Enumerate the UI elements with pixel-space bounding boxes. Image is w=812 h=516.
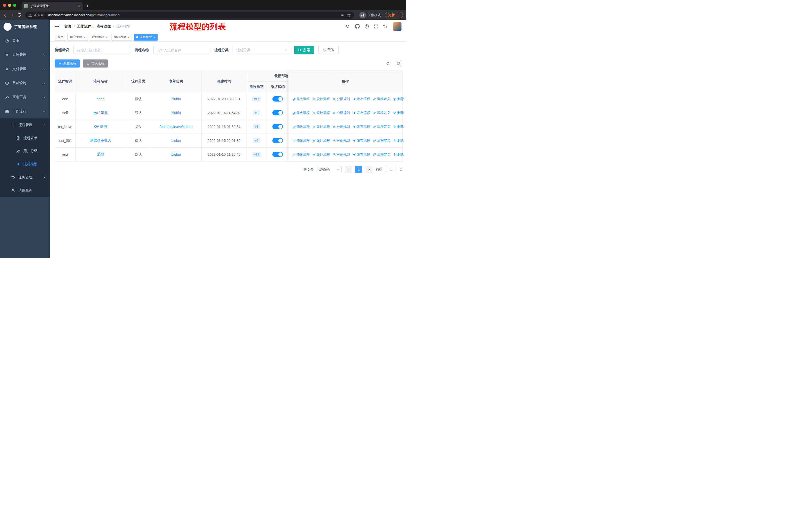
- font-size-icon[interactable]: TT: [383, 24, 388, 28]
- prev-page-button[interactable]: [345, 166, 352, 173]
- action-process-definition[interactable]: 流程定义: [373, 153, 390, 157]
- cell-form-link[interactable]: biubiu: [151, 147, 201, 161]
- action-edit-process[interactable]: 修改流程: [292, 111, 310, 115]
- action-process-definition[interactable]: 流程定义: [373, 111, 390, 115]
- tag-my-process[interactable]: 我的流程: [90, 34, 110, 40]
- cell-process-name-link[interactable]: 自己审批: [75, 106, 126, 120]
- browser-menu-icon[interactable]: [396, 13, 400, 17]
- active-toggle[interactable]: [272, 152, 283, 157]
- search-icon[interactable]: [346, 24, 350, 29]
- toggle-search-button[interactable]: [384, 60, 392, 67]
- cell-form-link[interactable]: biubiu: [151, 134, 201, 147]
- action-edit-process[interactable]: 修改流程: [292, 125, 310, 129]
- cell-process-name-link[interactable]: 测试多审批人: [75, 134, 126, 147]
- action-assign-rules[interactable]: 分配规则: [332, 111, 350, 115]
- action-design-process[interactable]: 设计流程: [312, 153, 330, 157]
- sidebar-item-process-model[interactable]: 流程模型: [0, 158, 50, 171]
- close-icon[interactable]: [153, 35, 155, 39]
- browser-update-button[interactable]: 更新: [385, 12, 403, 19]
- sidebar-collapse-icon[interactable]: [54, 24, 59, 28]
- action-process-definition[interactable]: 流程定义: [373, 97, 390, 101]
- back-icon[interactable]: [3, 13, 7, 18]
- tag-process-form[interactable]: 流程表单: [112, 34, 132, 40]
- action-publish-process[interactable]: 发布流程: [353, 125, 370, 129]
- next-page-button[interactable]: [366, 166, 373, 173]
- action-delete[interactable]: 删除: [393, 97, 404, 101]
- bookmark-star-icon[interactable]: [347, 13, 351, 17]
- password-key-icon[interactable]: [341, 13, 345, 17]
- active-toggle[interactable]: [272, 96, 283, 102]
- minimize-window-button[interactable]: [8, 4, 11, 7]
- breadcrumb-process-management[interactable]: 流程管理: [97, 24, 111, 29]
- sidebar-item-process-form[interactable]: 流程表单: [0, 132, 50, 145]
- new-tab-button[interactable]: [86, 3, 89, 9]
- tag-home[interactable]: 首页: [55, 34, 66, 40]
- fullscreen-icon[interactable]: [374, 24, 378, 29]
- action-delete[interactable]: 删除: [393, 125, 404, 129]
- sidebar-item-user-group[interactable]: 用户分组: [0, 145, 50, 158]
- sidebar-item-home[interactable]: 首页: [0, 34, 50, 48]
- cell-process-name-link[interactable]: OA 请假: [75, 120, 126, 134]
- action-publish-process[interactable]: 发布流程: [353, 97, 370, 101]
- action-edit-process[interactable]: 修改流程: [292, 97, 310, 101]
- close-window-button[interactable]: [3, 4, 6, 7]
- process-category-select[interactable]: 流程分类: [233, 46, 290, 54]
- process-name-input[interactable]: [153, 46, 210, 54]
- page-size-select[interactable]: 10条/页: [317, 166, 342, 173]
- tag-tenant-management[interactable]: 租户管理: [67, 34, 88, 40]
- action-delete[interactable]: 删除: [393, 153, 404, 157]
- sidebar-item-task-management[interactable]: 任务管理: [0, 171, 50, 184]
- cell-form-link[interactable]: /bpm/oa/leave/create: [151, 120, 201, 134]
- cell-process-name-link[interactable]: 滔博: [75, 147, 126, 161]
- current-page-button[interactable]: 1: [355, 166, 362, 173]
- active-toggle[interactable]: [272, 138, 283, 143]
- breadcrumb-home[interactable]: 首页: [64, 24, 71, 29]
- sidebar-item-workflow[interactable]: 工作流程: [0, 104, 50, 118]
- action-publish-process[interactable]: 发布流程: [353, 153, 370, 157]
- cell-process-name-link[interactable]: eeee: [75, 92, 126, 106]
- action-assign-rules[interactable]: 分配规则: [332, 97, 350, 101]
- action-edit-process[interactable]: 修改流程: [292, 153, 310, 157]
- goto-page-input[interactable]: [386, 166, 396, 173]
- action-process-definition[interactable]: 流程定义: [373, 138, 390, 143]
- action-publish-process[interactable]: 发布流程: [353, 138, 370, 143]
- github-icon[interactable]: [355, 24, 360, 29]
- active-toggle[interactable]: [272, 124, 283, 129]
- incognito-chip[interactable]: 无痕模式: [359, 12, 381, 19]
- action-design-process[interactable]: 设计流程: [312, 125, 330, 129]
- tab-close-icon[interactable]: [78, 4, 80, 8]
- active-toggle[interactable]: [272, 110, 283, 115]
- user-avatar[interactable]: [393, 22, 402, 31]
- cell-form-link[interactable]: biubiu: [151, 92, 201, 106]
- action-assign-rules[interactable]: 分配规则: [332, 125, 350, 129]
- close-icon[interactable]: [127, 35, 129, 39]
- action-design-process[interactable]: 设计流程: [312, 138, 330, 143]
- sidebar-item-infrastructure[interactable]: 基础设施: [0, 76, 50, 90]
- sidebar-item-leave-query[interactable]: 请假查询: [0, 184, 50, 197]
- action-publish-process[interactable]: 发布流程: [353, 111, 370, 115]
- forward-icon[interactable]: [10, 13, 14, 18]
- cell-form-link[interactable]: biubiu: [151, 106, 201, 120]
- browser-tab[interactable]: 芋道管理系统: [22, 2, 83, 10]
- action-design-process[interactable]: 设计流程: [312, 111, 330, 115]
- import-process-button[interactable]: 导入流程: [83, 59, 108, 67]
- process-key-input[interactable]: [74, 46, 130, 54]
- sidebar-item-payment[interactable]: 支付管理: [0, 62, 50, 76]
- sidebar-item-system[interactable]: 系统管理: [0, 48, 50, 62]
- sidebar-item-process-management[interactable]: 流程管理: [0, 118, 50, 132]
- action-delete[interactable]: 删除: [393, 138, 404, 143]
- sidebar-item-devtools[interactable]: 研发工具: [0, 90, 50, 104]
- maximize-window-button[interactable]: [13, 4, 16, 7]
- close-icon[interactable]: [84, 35, 86, 39]
- action-process-definition[interactable]: 流程定义: [373, 125, 390, 129]
- action-edit-process[interactable]: 修改流程: [292, 138, 310, 143]
- search-button[interactable]: 搜索: [294, 46, 314, 54]
- action-design-process[interactable]: 设计流程: [312, 97, 330, 101]
- breadcrumb-workflow[interactable]: 工作流程: [77, 24, 91, 29]
- create-process-button[interactable]: 新建流程: [55, 59, 80, 67]
- tag-process-model[interactable]: 流程模型: [134, 34, 158, 40]
- reset-button[interactable]: 重置: [318, 46, 339, 54]
- refresh-table-button[interactable]: [395, 60, 402, 67]
- action-assign-rules[interactable]: 分配规则: [332, 153, 350, 157]
- reload-icon[interactable]: [17, 13, 21, 17]
